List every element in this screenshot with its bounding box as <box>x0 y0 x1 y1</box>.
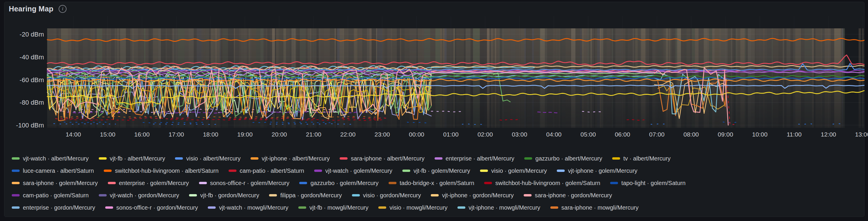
legend-item[interactable]: vjt-watch · albert/Mercury <box>12 155 89 162</box>
legend-swatch-icon <box>524 194 532 196</box>
legend-swatch-icon <box>105 207 113 209</box>
x-axis-tick: 05:00 <box>581 131 596 138</box>
legend-label: sonos-office-r · golem/Mercury <box>210 180 289 186</box>
legend-item[interactable]: sara-iphone · albert/Mercury <box>340 155 424 162</box>
legend-label: luce-camera · albert/Saturn <box>23 168 94 174</box>
legend-item[interactable]: vjt-watch · gordon/Mercury <box>99 192 179 199</box>
legend-item[interactable]: cam-patio · albert/Saturn <box>228 168 304 174</box>
legend-label: visio · golem/Mercury <box>491 168 547 174</box>
legend-item[interactable]: cam-patio · golem/Saturn <box>12 192 89 199</box>
legend-label: gazzurbo · golem/Mercury <box>310 180 378 186</box>
legend-row: cam-patio · golem/Saturnvjt-watch · gord… <box>12 189 856 201</box>
legend-item[interactable]: vjt-watch · golem/Mercury <box>314 168 393 174</box>
grafana-page: Hearing Map i -20 dBm-40 dBm-60 dBm-80 d… <box>0 0 868 221</box>
y-axis-tick: -100 dBm <box>16 122 44 129</box>
legend-swatch-icon <box>108 182 116 184</box>
legend-label: vjt-fb · golem/Mercury <box>413 168 470 174</box>
legend-item[interactable]: visio · gordon/Mercury <box>352 192 421 199</box>
legend-row: luce-camera · albert/Saturnswitchbot-hub… <box>12 164 856 177</box>
legend-swatch-icon <box>352 194 360 196</box>
legend-item[interactable]: enterprise · gordon/Mercury <box>12 204 95 211</box>
legend: vjt-watch · albert/Mercuryvjt-fb · alber… <box>12 152 856 216</box>
legend-swatch-icon <box>378 207 386 209</box>
legend-label: vjt-watch · golem/Mercury <box>325 168 393 174</box>
legend-item[interactable]: gazzurbo · golem/Mercury <box>299 180 378 186</box>
legend-swatch-icon <box>199 182 207 184</box>
legend-item[interactable]: enterprise · golem/Mercury <box>108 180 189 186</box>
legend-item[interactable]: sonos-office-r · golem/Mercury <box>199 180 289 186</box>
y-axis-tick: -80 dBm <box>20 99 44 106</box>
legend-label: vjt-iphone · gordon/Mercury <box>442 192 514 199</box>
legend-swatch-icon <box>12 194 20 196</box>
legend-item[interactable]: vjt-fb · mowgli/Mercury <box>298 204 368 211</box>
legend-label: tapo-light · golem/Saturn <box>621 180 685 186</box>
x-axis-tick: 18:00 <box>203 131 218 138</box>
legend-swatch-icon <box>189 194 197 196</box>
legend-item[interactable]: filippa · gordon/Mercury <box>269 192 342 199</box>
legend-item[interactable]: sara-iphone · mowgli/Mercury <box>550 204 639 211</box>
hearing-map-chart[interactable]: -20 dBm-40 dBm-60 dBm-80 dBm-100 dBm14:0… <box>0 0 868 146</box>
legend-swatch-icon <box>298 207 306 209</box>
legend-item[interactable]: vjt-iphone · gordon/Mercury <box>431 192 514 199</box>
legend-label: switchbot-hub-livingroom · albert/Saturn <box>115 168 219 174</box>
legend-item[interactable]: enterprise · albert/Mercury <box>435 155 515 162</box>
legend-item[interactable]: sonos-office-r · gordon/Mercury <box>105 204 198 211</box>
legend-swatch-icon <box>251 157 258 159</box>
legend-item[interactable]: tado-bridge-x · golem/Saturn <box>389 180 474 186</box>
x-axis-tick: 04:00 <box>546 131 562 138</box>
x-axis-tick: 22:00 <box>340 131 356 138</box>
legend-item[interactable]: sara-iphone · golem/Mercury <box>12 180 98 186</box>
legend-item[interactable]: vjt-iphone · albert/Mercury <box>251 155 330 162</box>
legend-label: enterprise · albert/Mercury <box>446 155 515 162</box>
legend-item[interactable]: switchbot-hub-livingroom · albert/Saturn <box>104 168 219 174</box>
legend-item[interactable]: visio · mowgli/Mercury <box>378 204 447 211</box>
legend-swatch-icon <box>104 170 112 172</box>
legend-label: tv · albert/Mercury <box>623 155 671 162</box>
legend-row: sara-iphone · golem/Mercuryenterprise · … <box>12 177 856 189</box>
x-axis-tick: 01:00 <box>443 131 459 138</box>
legend-label: vjt-fb · gordon/Mercury <box>200 192 259 199</box>
legend-swatch-icon <box>269 194 277 196</box>
legend-label: vjt-watch · mowgli/Mercury <box>219 204 288 211</box>
x-axis-tick: 12:00 <box>821 131 836 138</box>
legend-swatch-icon <box>402 170 410 172</box>
legend-item[interactable]: visio · albert/Mercury <box>175 155 241 162</box>
panel-header[interactable]: Hearing Map i <box>9 3 66 14</box>
legend-item[interactable]: switchbot-hub-livingroom · golem/Saturn <box>484 180 600 186</box>
legend-swatch-icon <box>12 207 20 209</box>
x-axis-tick: 03:00 <box>512 131 527 138</box>
legend-row: vjt-watch · albert/Mercuryvjt-fb · alber… <box>12 152 856 164</box>
legend-label: sara-iphone · albert/Mercury <box>351 155 424 162</box>
legend-label: vjt-iphone · golem/Mercury <box>568 168 638 174</box>
legend-label: visio · mowgli/Mercury <box>390 204 447 211</box>
legend-item[interactable]: tv · albert/Mercury <box>612 155 671 162</box>
legend-label: sara-iphone · golem/Mercury <box>23 180 98 186</box>
legend-label: sara-iphone · gordon/Mercury <box>535 192 612 199</box>
legend-swatch-icon <box>389 182 397 184</box>
legend-label: vjt-watch · albert/Mercury <box>23 155 89 162</box>
legend-item[interactable]: vjt-watch · mowgli/Mercury <box>208 204 288 211</box>
legend-item[interactable]: vjt-iphone · mowgli/Mercury <box>458 204 540 211</box>
legend-label: filippa · gordon/Mercury <box>280 192 342 199</box>
legend-swatch-icon <box>550 207 558 209</box>
legend-item[interactable]: vjt-fb · albert/Mercury <box>99 155 165 162</box>
legend-swatch-icon <box>299 182 307 184</box>
legend-swatch-icon <box>228 170 237 172</box>
legend-swatch-icon <box>12 182 20 184</box>
legend-label: tado-bridge-x · golem/Saturn <box>400 180 474 186</box>
legend-item[interactable]: tapo-light · golem/Saturn <box>610 180 685 186</box>
legend-label: sonos-office-r · gordon/Mercury <box>116 204 198 211</box>
legend-item[interactable]: vjt-fb · gordon/Mercury <box>189 192 259 199</box>
legend-item[interactable]: vjt-iphone · golem/Mercury <box>557 168 638 174</box>
legend-label: enterprise · golem/Mercury <box>119 180 189 186</box>
legend-item[interactable]: visio · golem/Mercury <box>480 168 547 174</box>
x-axis-tick: 17:00 <box>168 131 184 138</box>
info-icon[interactable]: i <box>59 5 66 13</box>
legend-label: vjt-iphone · albert/Mercury <box>262 155 330 162</box>
legend-item[interactable]: luce-camera · albert/Saturn <box>12 168 94 174</box>
x-axis-tick: 07:00 <box>649 131 664 138</box>
legend-label: gazzurbo · albert/Mercury <box>535 155 602 162</box>
legend-item[interactable]: sara-iphone · gordon/Mercury <box>524 192 612 199</box>
legend-item[interactable]: vjt-fb · golem/Mercury <box>402 168 470 174</box>
legend-item[interactable]: gazzurbo · albert/Mercury <box>524 155 602 162</box>
